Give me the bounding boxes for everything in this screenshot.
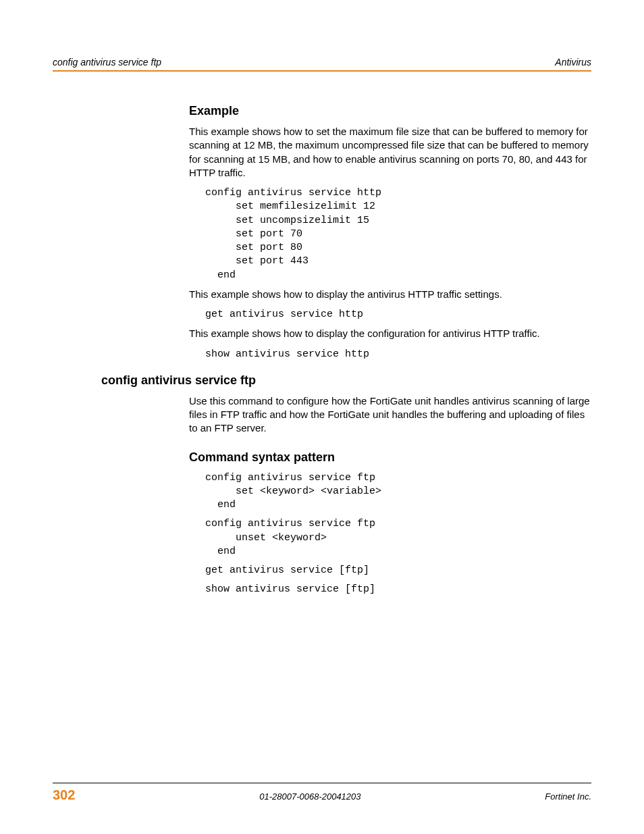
page-number: 302 — [53, 787, 75, 803]
heading-syntax: Command syntax pattern — [189, 450, 591, 465]
code-block: config antivirus service http set memfil… — [205, 186, 591, 282]
paragraph: Use this command to configure how the Fo… — [189, 394, 591, 436]
company-name: Fortinet Inc. — [545, 791, 591, 802]
page-footer: 302 01-28007-0068-20041203 Fortinet Inc. — [53, 783, 591, 803]
paragraph: This example shows how to display the co… — [189, 327, 591, 340]
code-block: show antivirus service http — [205, 348, 591, 361]
document-id: 01-28007-0068-20041203 — [75, 791, 545, 802]
paragraph: This example shows how to set the maximu… — [189, 125, 591, 180]
running-header: config antivirus service ftp Antivirus — [53, 57, 591, 72]
code-block: config antivirus service ftp set <keywor… — [205, 471, 591, 513]
content-area: Example This example shows how to set th… — [53, 104, 591, 597]
code-block: show antivirus service [ftp] — [205, 583, 591, 596]
header-left: config antivirus service ftp — [53, 57, 161, 68]
heading-example: Example — [189, 104, 591, 118]
code-block: get antivirus service [ftp] — [205, 564, 591, 577]
header-right: Antivirus — [555, 57, 591, 68]
code-block: config antivirus service ftp unset <keyw… — [205, 517, 591, 558]
page: config antivirus service ftp Antivirus E… — [0, 0, 644, 834]
paragraph: This example shows how to display the an… — [189, 288, 591, 301]
heading-config-ftp: config antivirus service ftp — [101, 373, 591, 388]
code-block: get antivirus service http — [205, 308, 591, 321]
